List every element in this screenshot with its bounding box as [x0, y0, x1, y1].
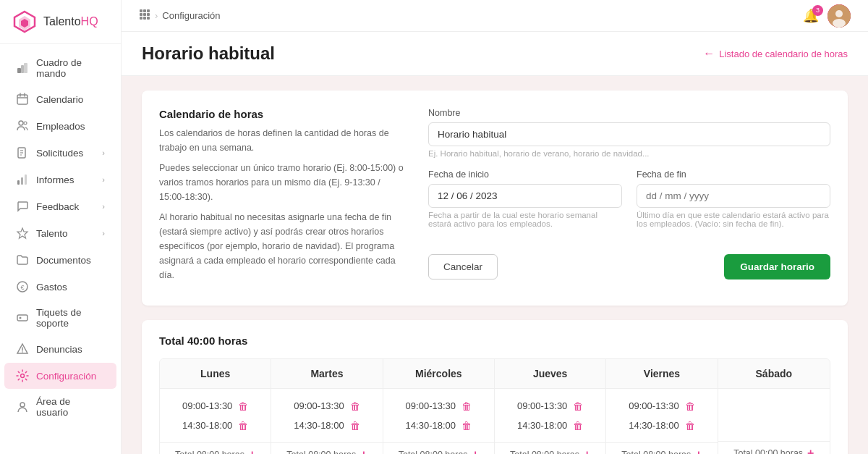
home-icon [16, 62, 29, 75]
sidebar-item-tiquets[interactable]: Tiquets de soporte [4, 300, 116, 335]
cancel-button[interactable]: Cancelar [428, 254, 498, 279]
day-header-martes: Martes [271, 359, 382, 389]
sidebar-item-empleados[interactable]: Empleados [4, 113, 116, 139]
svg-rect-38 [147, 17, 150, 20]
person-icon [16, 400, 29, 413]
time-slot: 09:00-13:30 🗑 [612, 396, 711, 416]
main-area: › Configuración 🔔 3 Horario habitual ← [122, 0, 868, 454]
sidebar-item-denuncias[interactable]: Denuncias [4, 336, 116, 362]
logo[interactable]: TalentoHQ [0, 0, 121, 44]
date-row: Fecha de inicio Fecha a partir de la cua… [428, 169, 830, 240]
delete-slot-button[interactable]: 🗑 [461, 421, 472, 431]
sidebar-item-gastos[interactable]: € Gastos [4, 274, 116, 300]
day-body-miercoles: 09:00-13:30 🗑 14:30-18:00 🗑 [383, 389, 494, 442]
svg-point-29 [20, 403, 25, 407]
svg-point-11 [19, 121, 23, 125]
save-button[interactable]: Guardar horario [724, 254, 830, 279]
content-body: Calendario de horas Los calendarios de h… [122, 76, 868, 454]
sidebar-item-feedback[interactable]: Feedback › [4, 193, 116, 219]
svg-rect-6 [24, 63, 27, 73]
delete-slot-button[interactable]: 🗑 [573, 401, 583, 411]
day-body-sabado [718, 389, 830, 441]
svg-marker-20 [17, 228, 27, 238]
sidebar-item-solicitudes[interactable]: Solicitudes › [4, 140, 116, 166]
delete-slot-button[interactable]: 🗑 [350, 421, 360, 431]
add-slot-button[interactable]: + [695, 449, 702, 454]
folder-icon [16, 253, 29, 266]
day-footer-sabado: Total 00:00 horas + [718, 441, 830, 454]
total-hours-label: Total 40:00 horas [159, 335, 830, 347]
time-slot: 14:30-18:00 🗑 [501, 416, 600, 435]
breadcrumb: › Configuración [139, 9, 221, 22]
sidebar-item-talento[interactable]: Talento › [4, 220, 116, 246]
delete-slot-button[interactable]: 🗑 [461, 401, 472, 411]
sidebar-item-informes[interactable]: Informes › [4, 167, 116, 193]
svg-rect-7 [17, 95, 27, 104]
time-slot: 14:30-18:00 🗑 [389, 416, 488, 435]
svg-rect-18 [21, 177, 23, 185]
page-content: Horario habitual ← Listado de calendario… [122, 32, 868, 454]
day-footer-martes: Total 08:00 horas + [271, 442, 382, 454]
delete-slot-button[interactable]: 🗑 [238, 401, 248, 411]
end-date-input[interactable] [637, 184, 830, 208]
form-buttons: Cancelar Guardar horario [428, 254, 830, 279]
delete-slot-button[interactable]: 🗑 [350, 401, 360, 411]
svg-rect-5 [21, 65, 24, 73]
delete-slot-button[interactable]: 🗑 [685, 421, 695, 431]
svg-rect-19 [25, 175, 27, 185]
sidebar-item-configuracion[interactable]: Configuración [4, 363, 116, 389]
day-header-sabado: Sábado [718, 359, 830, 389]
sidebar-item-documentos[interactable]: Documentos [4, 247, 116, 273]
day-col-martes: Martes 09:00-13:30 🗑 14:30-18:00 🗑 [271, 359, 383, 454]
start-date-input[interactable] [428, 184, 622, 208]
sidebar-item-calendario[interactable]: Calendario [4, 86, 116, 112]
time-slot: 09:00-13:30 🗑 [277, 396, 376, 416]
svg-text:€: € [20, 284, 24, 291]
feedback-icon [16, 200, 29, 213]
form-section: Nombre Ej. Horario habitual, horario de … [428, 108, 830, 288]
svg-rect-31 [143, 9, 146, 12]
notification-button[interactable]: 🔔 3 [803, 8, 819, 24]
sidebar-item-cuadro[interactable]: Cuadro de mando [4, 51, 116, 85]
time-slot: 14:30-18:00 🗑 [166, 416, 265, 435]
logo-icon [12, 9, 38, 35]
day-col-viernes: Viernes 09:00-13:30 🗑 14:30-18:00 🗑 [606, 359, 718, 454]
svg-rect-32 [147, 9, 150, 12]
day-col-miercoles: Miércoles 09:00-13:30 🗑 14:30-18:00 🗑 [383, 359, 495, 454]
users-icon [16, 119, 29, 133]
name-hint: Ej. Horario habitual, horario de verano,… [428, 149, 830, 158]
document-icon [16, 146, 29, 159]
add-slot-button[interactable]: + [360, 449, 367, 454]
svg-rect-37 [143, 17, 146, 20]
day-body-jueves: 09:00-13:30 🗑 14:30-18:00 🗑 [495, 389, 605, 442]
add-slot-button[interactable]: + [249, 449, 255, 454]
delete-slot-button[interactable]: 🗑 [238, 421, 248, 431]
topbar-actions: 🔔 3 [803, 4, 851, 28]
card-description: Calendario de horas Los calendarios de h… [159, 108, 405, 288]
add-slot-button[interactable]: + [472, 449, 479, 454]
day-col-jueves: Jueves 09:00-13:30 🗑 14:30-18:00 🗑 [495, 359, 606, 454]
add-slot-button[interactable]: + [584, 449, 590, 454]
time-slot: 09:00-13:30 🗑 [501, 396, 600, 416]
delete-slot-button[interactable]: 🗑 [685, 401, 695, 411]
start-date-label: Fecha de inicio [428, 169, 622, 180]
end-date-label: Fecha de fin [637, 169, 830, 180]
svg-rect-35 [147, 13, 150, 16]
avatar[interactable] [827, 4, 851, 28]
day-header-miercoles: Miércoles [383, 359, 494, 389]
name-input[interactable] [428, 122, 830, 146]
add-slot-button[interactable]: + [807, 447, 814, 454]
day-footer-miercoles: Total 08:00 horas + [383, 442, 494, 454]
day-body-lunes: 09:00-13:30 🗑 14:30-18:00 🗑 [160, 389, 271, 442]
calendar-card: Calendario de horas Los calendarios de h… [142, 91, 848, 306]
day-footer-viernes: Total 08:00 horas + [606, 442, 717, 454]
svg-rect-30 [140, 9, 142, 12]
page-header: Horario habitual ← Listado de calendario… [122, 32, 868, 76]
svg-rect-4 [17, 68, 21, 73]
back-link[interactable]: ← Listado de calendario de horas [703, 47, 848, 60]
page-title: Horario habitual [142, 43, 275, 64]
delete-slot-button[interactable]: 🗑 [573, 421, 583, 431]
chevron-talento: › [102, 229, 105, 237]
sidebar-item-area[interactable]: Área de usuario [4, 390, 116, 424]
back-arrow-icon: ← [703, 47, 715, 60]
